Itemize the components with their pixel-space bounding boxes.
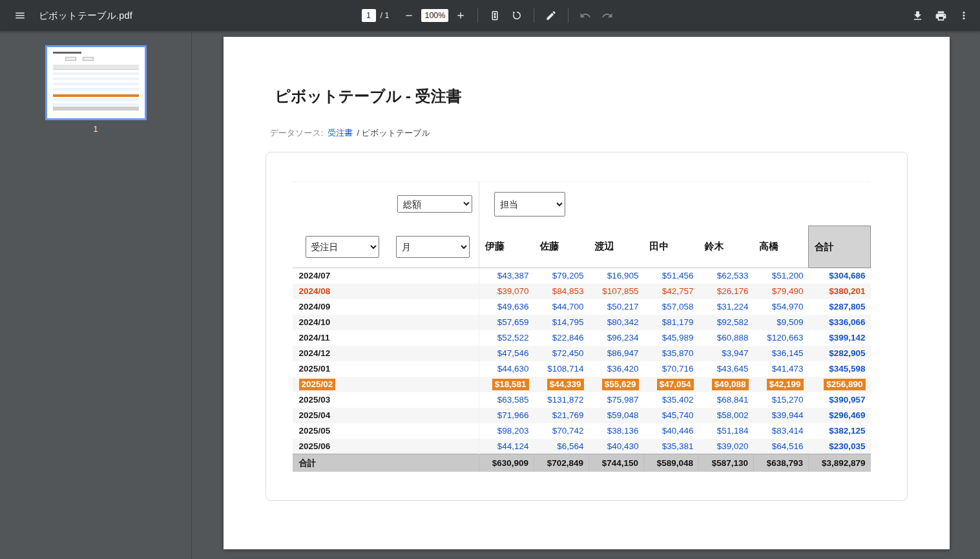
pivot-cell: $42,199 — [754, 377, 809, 392]
zoom-out-button[interactable] — [398, 5, 420, 26]
pivot-cell: $120,663 — [754, 330, 809, 346]
pdf-viewer-area: ピボットテーブル - 受注書 データソース: 受注書 / ピボットテーブル — [193, 31, 980, 559]
pivot-row-label: 2024/12 — [293, 346, 479, 361]
pivot-cell: $44,630 — [479, 361, 534, 377]
pivot-cell: $45,989 — [644, 330, 699, 346]
pivot-row-total: $345,598 — [809, 361, 871, 377]
pivot-cell: $64,516 — [754, 439, 809, 454]
pivot-row-label: 2025/01 — [293, 361, 479, 377]
pivot-row-total: $282,905 — [809, 346, 871, 361]
pivot-cell: $96,234 — [589, 330, 644, 346]
pivot-cell: $70,716 — [644, 361, 699, 377]
pivot-header-col: 佐藤 — [534, 226, 589, 268]
pivot-row: 2024/11$52,522$22,846$96,234$45,989$60,8… — [293, 330, 871, 346]
pivot-table: 総額 担当 受注日 — [293, 182, 871, 472]
pivot-row: 2024/08$39,070$84,853$107,855$42,757$26,… — [293, 284, 871, 299]
pivot-cell: $68,841 — [699, 392, 754, 408]
download-icon[interactable] — [906, 5, 928, 26]
pivot-cell: $55,629 — [589, 377, 644, 392]
pivot-cell: $51,200 — [754, 268, 809, 284]
pivot-cell: $35,870 — [644, 346, 699, 361]
datasource-label: データソース: — [270, 128, 324, 138]
pivot-row: 2025/06$44,124$6,564$40,430$35,381$39,02… — [293, 439, 871, 454]
annotate-pen-icon[interactable] — [540, 5, 562, 26]
pivot-cell: $47,054 — [644, 377, 699, 392]
pivot-cell: $36,420 — [589, 361, 644, 377]
pivot-cell: $35,381 — [644, 439, 699, 454]
pivot-grand-label: 合計 — [293, 454, 479, 472]
pivot-cell: $51,184 — [699, 423, 754, 439]
rotate-button[interactable] — [506, 5, 528, 26]
pivot-row-total: $399,142 — [809, 330, 871, 346]
pivot-cell: $47,546 — [479, 346, 534, 361]
pivot-row-total: $287,805 — [809, 299, 871, 315]
pivot-row-label: 2024/11 — [293, 330, 479, 346]
datasource-link[interactable]: 受注書 — [328, 128, 353, 138]
pivot-grand-cell: $744,150 — [589, 454, 644, 472]
column-field-select[interactable]: 担当 — [494, 192, 565, 216]
pivot-grand-cell: $630,909 — [479, 454, 534, 472]
thumbnail-sidebar: 1 — [0, 31, 192, 559]
pivot-cell: $92,582 — [699, 315, 754, 330]
pivot-row-label: 2024/09 — [293, 299, 479, 315]
pivot-cell: $63,585 — [479, 392, 534, 408]
pivot-cell: $60,888 — [699, 330, 754, 346]
pivot-row-label: 2025/02 — [293, 377, 479, 392]
thumbnail-total-row — [53, 107, 139, 111]
page-thumbnail[interactable]: 1 — [45, 45, 147, 134]
column-field-cell: 担当 — [479, 182, 871, 226]
value-field-select[interactable]: 総額 — [397, 195, 472, 213]
pivot-cell: $31,224 — [699, 299, 754, 315]
thumbnail-select-shape — [65, 57, 76, 61]
pivot-cell: $40,446 — [644, 423, 699, 439]
pivot-cell: $58,002 — [699, 408, 754, 423]
datasource-suffix: / ピボットテーブル — [357, 128, 430, 138]
pivot-row-label: 2025/06 — [293, 439, 479, 454]
page-number-input[interactable] — [362, 9, 376, 22]
pivot-cell: $42,757 — [644, 284, 699, 299]
pivot-row-total: $256,890 — [809, 377, 871, 392]
pivot-cell: $21,769 — [534, 408, 589, 423]
more-options-icon[interactable] — [953, 5, 975, 26]
pivot-cell: $50,217 — [589, 299, 644, 315]
pivot-header-col: 伊藤 — [479, 226, 534, 268]
pivot-cell: $40,430 — [589, 439, 644, 454]
group-field-select[interactable]: 月 — [396, 236, 470, 258]
pivot-cell: $45,740 — [644, 408, 699, 423]
zoom-in-button[interactable] — [450, 5, 472, 26]
pivot-cell: $83,414 — [754, 423, 809, 439]
pivot-cell: $49,636 — [479, 299, 534, 315]
pivot-header-total: 合計 — [809, 226, 871, 268]
pivot-cell: $39,020 — [699, 439, 754, 454]
toolbar-right — [906, 5, 980, 26]
redo-button[interactable] — [596, 5, 618, 26]
pivot-cell: $70,742 — [534, 423, 589, 439]
pivot-cell: $80,342 — [589, 315, 644, 330]
page-count-label: / 1 — [381, 11, 390, 20]
pivot-row-label: 2025/04 — [293, 408, 479, 423]
pivot-cell: $43,387 — [479, 268, 534, 284]
zoom-level[interactable]: 100% — [421, 9, 448, 22]
pivot-cell: $51,456 — [644, 268, 699, 284]
value-field-cell: 総額 — [293, 182, 479, 226]
pivot-row-total: $380,201 — [809, 284, 871, 299]
pivot-header-col: 高橋 — [754, 226, 809, 268]
pdf-page: ピボットテーブル - 受注書 データソース: 受注書 / ピボットテーブル — [224, 37, 950, 549]
toolbar-separator — [568, 8, 568, 23]
toolbar-center: / 1 100% — [362, 5, 619, 26]
menu-icon[interactable] — [9, 5, 31, 26]
pivot-row-total: $336,066 — [809, 315, 871, 330]
pivot-grand-total: $3,892,879 — [809, 454, 871, 472]
print-icon[interactable] — [930, 5, 952, 26]
fit-page-button[interactable] — [484, 5, 506, 26]
undo-button[interactable] — [574, 5, 596, 26]
pivot-row: 2024/12$47,546$72,450$86,947$35,870$3,94… — [293, 346, 871, 361]
row-field-cell: 受注日 月 — [293, 226, 479, 268]
pivot-row: 2024/07$43,387$79,205$16,905$51,456$62,5… — [293, 268, 871, 284]
pivot-cell: $36,145 — [754, 346, 809, 361]
pivot-row: 2025/05$98,203$70,742$38,136$40,446$51,1… — [293, 423, 871, 439]
pivot-cell: $9,509 — [754, 315, 809, 330]
pivot-cell: $98,203 — [479, 423, 534, 439]
row-field-select[interactable]: 受注日 — [306, 236, 379, 258]
pivot-cell: $79,490 — [754, 284, 809, 299]
